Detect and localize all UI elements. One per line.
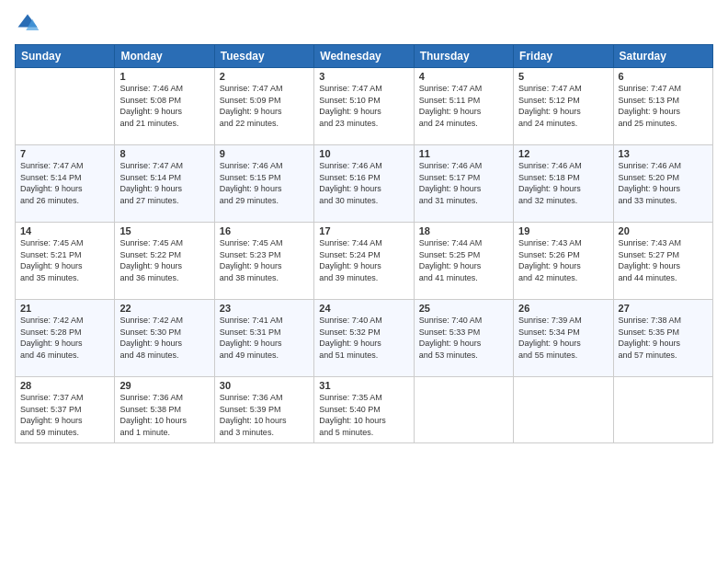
day-number: 7 <box>20 148 109 159</box>
day-info: Sunrise: 7:47 AM Sunset: 5:11 PM Dayligh… <box>419 83 508 129</box>
day-number: 30 <box>220 380 309 391</box>
calendar-cell: 13Sunrise: 7:46 AM Sunset: 5:20 PM Dayli… <box>613 145 712 223</box>
day-number: 18 <box>419 225 508 236</box>
day-info: Sunrise: 7:39 AM Sunset: 5:34 PM Dayligh… <box>518 315 608 361</box>
day-number: 10 <box>319 148 408 159</box>
calendar-cell: 5Sunrise: 7:47 AM Sunset: 5:12 PM Daylig… <box>514 68 613 145</box>
calendar-cell: 16Sunrise: 7:45 AM Sunset: 5:23 PM Dayli… <box>214 223 313 300</box>
day-number: 13 <box>619 148 708 159</box>
day-info: Sunrise: 7:43 AM Sunset: 5:27 PM Dayligh… <box>619 237 708 283</box>
calendar-cell: 11Sunrise: 7:46 AM Sunset: 5:17 PM Dayli… <box>414 145 513 223</box>
calendar-cell: 26Sunrise: 7:39 AM Sunset: 5:34 PM Dayli… <box>514 300 613 377</box>
day-info: Sunrise: 7:46 AM Sunset: 5:08 PM Dayligh… <box>119 83 209 129</box>
weekday-header-sunday: Sunday <box>16 45 115 68</box>
day-info: Sunrise: 7:46 AM Sunset: 5:20 PM Dayligh… <box>619 160 708 206</box>
calendar-cell: 31Sunrise: 7:35 AM Sunset: 5:40 PM Dayli… <box>314 377 414 443</box>
weekday-header-monday: Monday <box>115 45 214 68</box>
logo <box>15 11 44 37</box>
calendar-cell <box>16 68 115 145</box>
calendar-cell: 18Sunrise: 7:44 AM Sunset: 5:25 PM Dayli… <box>414 223 513 300</box>
day-number: 9 <box>220 148 309 159</box>
day-number: 22 <box>119 303 209 314</box>
calendar-cell: 7Sunrise: 7:47 AM Sunset: 5:14 PM Daylig… <box>16 145 115 223</box>
day-info: Sunrise: 7:40 AM Sunset: 5:32 PM Dayligh… <box>319 315 408 361</box>
calendar-cell: 27Sunrise: 7:38 AM Sunset: 5:35 PM Dayli… <box>613 300 712 377</box>
day-number: 2 <box>220 71 309 82</box>
weekday-header-tuesday: Tuesday <box>214 45 313 68</box>
weekday-header-row: SundayMondayTuesdayWednesdayThursdayFrid… <box>16 45 713 68</box>
day-info: Sunrise: 7:45 AM Sunset: 5:22 PM Dayligh… <box>119 237 209 283</box>
day-info: Sunrise: 7:41 AM Sunset: 5:31 PM Dayligh… <box>220 315 309 361</box>
calendar-cell: 22Sunrise: 7:42 AM Sunset: 5:30 PM Dayli… <box>115 300 214 377</box>
day-info: Sunrise: 7:46 AM Sunset: 5:18 PM Dayligh… <box>518 160 608 206</box>
calendar-cell: 24Sunrise: 7:40 AM Sunset: 5:32 PM Dayli… <box>314 300 414 377</box>
calendar-cell: 12Sunrise: 7:46 AM Sunset: 5:18 PM Dayli… <box>514 145 613 223</box>
day-number: 12 <box>518 148 608 159</box>
calendar-cell: 17Sunrise: 7:44 AM Sunset: 5:24 PM Dayli… <box>314 223 414 300</box>
day-info: Sunrise: 7:35 AM Sunset: 5:40 PM Dayligh… <box>319 392 408 438</box>
calendar-cell: 6Sunrise: 7:47 AM Sunset: 5:13 PM Daylig… <box>613 68 712 145</box>
calendar-cell: 2Sunrise: 7:47 AM Sunset: 5:09 PM Daylig… <box>214 68 313 145</box>
day-number: 4 <box>419 71 508 82</box>
day-info: Sunrise: 7:47 AM Sunset: 5:13 PM Dayligh… <box>619 83 708 129</box>
day-number: 6 <box>619 71 708 82</box>
day-info: Sunrise: 7:45 AM Sunset: 5:23 PM Dayligh… <box>220 237 309 283</box>
week-row-2: 7Sunrise: 7:47 AM Sunset: 5:14 PM Daylig… <box>16 145 713 223</box>
calendar-cell <box>414 377 513 443</box>
day-number: 14 <box>20 225 109 236</box>
calendar-cell: 10Sunrise: 7:46 AM Sunset: 5:16 PM Dayli… <box>314 145 414 223</box>
calendar-page: SundayMondayTuesdayWednesdayThursdayFrid… <box>0 0 728 563</box>
calendar-cell: 25Sunrise: 7:40 AM Sunset: 5:33 PM Dayli… <box>414 300 513 377</box>
calendar-cell: 23Sunrise: 7:41 AM Sunset: 5:31 PM Dayli… <box>214 300 313 377</box>
weekday-header-saturday: Saturday <box>613 45 712 68</box>
day-info: Sunrise: 7:47 AM Sunset: 5:10 PM Dayligh… <box>319 83 408 129</box>
day-number: 17 <box>319 225 408 236</box>
calendar-table: SundayMondayTuesdayWednesdayThursdayFrid… <box>15 44 713 443</box>
day-number: 11 <box>419 148 508 159</box>
day-number: 24 <box>319 303 408 314</box>
day-number: 26 <box>518 303 608 314</box>
day-number: 25 <box>419 303 508 314</box>
day-info: Sunrise: 7:40 AM Sunset: 5:33 PM Dayligh… <box>419 315 508 361</box>
calendar-cell: 3Sunrise: 7:47 AM Sunset: 5:10 PM Daylig… <box>314 68 414 145</box>
day-info: Sunrise: 7:36 AM Sunset: 5:38 PM Dayligh… <box>119 392 209 438</box>
day-info: Sunrise: 7:37 AM Sunset: 5:37 PM Dayligh… <box>20 392 109 438</box>
day-info: Sunrise: 7:42 AM Sunset: 5:28 PM Dayligh… <box>20 315 109 361</box>
day-info: Sunrise: 7:47 AM Sunset: 5:14 PM Dayligh… <box>20 160 109 206</box>
day-info: Sunrise: 7:47 AM Sunset: 5:12 PM Dayligh… <box>518 83 608 129</box>
day-number: 28 <box>20 380 109 391</box>
calendar-cell: 14Sunrise: 7:45 AM Sunset: 5:21 PM Dayli… <box>16 223 115 300</box>
weekday-header-wednesday: Wednesday <box>314 45 414 68</box>
weekday-header-thursday: Thursday <box>414 45 513 68</box>
day-number: 8 <box>119 148 209 159</box>
day-number: 19 <box>518 225 608 236</box>
calendar-cell: 1Sunrise: 7:46 AM Sunset: 5:08 PM Daylig… <box>115 68 214 145</box>
weekday-header-friday: Friday <box>514 45 613 68</box>
calendar-cell: 19Sunrise: 7:43 AM Sunset: 5:26 PM Dayli… <box>514 223 613 300</box>
calendar-cell: 20Sunrise: 7:43 AM Sunset: 5:27 PM Dayli… <box>613 223 712 300</box>
day-number: 29 <box>119 380 209 391</box>
day-number: 31 <box>319 380 408 391</box>
day-info: Sunrise: 7:46 AM Sunset: 5:17 PM Dayligh… <box>419 160 508 206</box>
calendar-cell: 21Sunrise: 7:42 AM Sunset: 5:28 PM Dayli… <box>16 300 115 377</box>
week-row-5: 28Sunrise: 7:37 AM Sunset: 5:37 PM Dayli… <box>16 377 713 443</box>
week-row-1: 1Sunrise: 7:46 AM Sunset: 5:08 PM Daylig… <box>16 68 713 145</box>
calendar-cell: 30Sunrise: 7:36 AM Sunset: 5:39 PM Dayli… <box>214 377 313 443</box>
calendar-cell: 28Sunrise: 7:37 AM Sunset: 5:37 PM Dayli… <box>16 377 115 443</box>
calendar-cell <box>613 377 712 443</box>
calendar-cell: 8Sunrise: 7:47 AM Sunset: 5:14 PM Daylig… <box>115 145 214 223</box>
day-number: 20 <box>619 225 708 236</box>
day-info: Sunrise: 7:42 AM Sunset: 5:30 PM Dayligh… <box>119 315 209 361</box>
day-info: Sunrise: 7:44 AM Sunset: 5:24 PM Dayligh… <box>319 237 408 283</box>
calendar-cell <box>514 377 613 443</box>
day-info: Sunrise: 7:46 AM Sunset: 5:16 PM Dayligh… <box>319 160 408 206</box>
day-info: Sunrise: 7:44 AM Sunset: 5:25 PM Dayligh… <box>419 237 508 283</box>
day-number: 27 <box>619 303 708 314</box>
day-number: 23 <box>220 303 309 314</box>
day-number: 3 <box>319 71 408 82</box>
calendar-cell: 29Sunrise: 7:36 AM Sunset: 5:38 PM Dayli… <box>115 377 214 443</box>
day-info: Sunrise: 7:36 AM Sunset: 5:39 PM Dayligh… <box>220 392 309 438</box>
week-row-3: 14Sunrise: 7:45 AM Sunset: 5:21 PM Dayli… <box>16 223 713 300</box>
logo-icon <box>15 11 40 37</box>
calendar-cell: 9Sunrise: 7:46 AM Sunset: 5:15 PM Daylig… <box>214 145 313 223</box>
